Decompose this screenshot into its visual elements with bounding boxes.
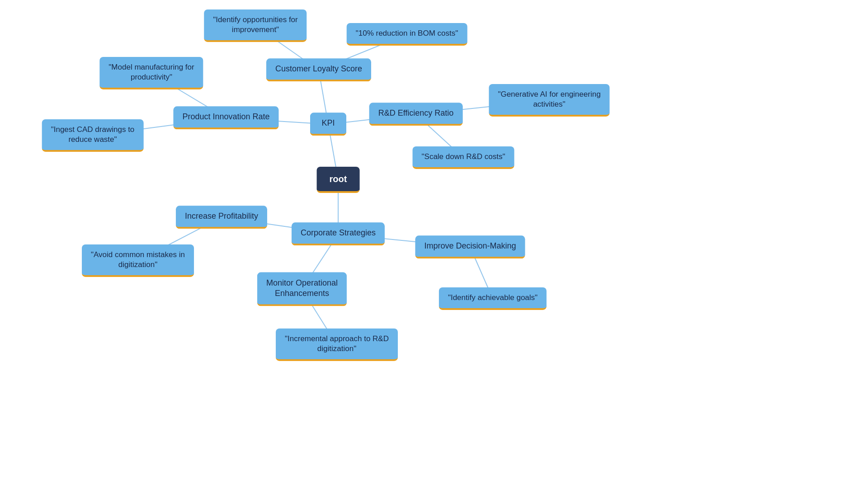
- incremental-approach-node[interactable]: "Incremental approach to R&Ddigitization…: [276, 328, 398, 361]
- customer-loyalty-label: Customer Loyalty Score: [266, 58, 371, 81]
- identify-achievable-label: "Identify achievable goals": [439, 287, 547, 310]
- rd-efficiency-label: R&D Efficiency Ratio: [369, 103, 463, 126]
- kpi-node[interactable]: KPI: [310, 113, 346, 136]
- bom-costs-label: "10% reduction in BOM costs": [347, 23, 467, 46]
- monitor-operational-label: Monitor OperationalEnhancements: [257, 272, 347, 306]
- mindmap-diagram: root KPI Customer Loyalty Score "Identif…: [0, 0, 868, 488]
- root-node[interactable]: root: [317, 167, 360, 193]
- model-manufacturing-node[interactable]: "Model manufacturing forproductivity": [99, 57, 203, 89]
- improve-decision-label: Improve Decision-Making: [415, 235, 525, 258]
- root-label: root: [317, 167, 360, 193]
- kpi-label: KPI: [310, 113, 346, 136]
- avoid-mistakes-node[interactable]: "Avoid common mistakes indigitization": [82, 244, 194, 277]
- scale-down-rd-node[interactable]: "Scale down R&D costs": [413, 146, 514, 169]
- rd-efficiency-node[interactable]: R&D Efficiency Ratio: [369, 103, 463, 126]
- incremental-approach-label: "Incremental approach to R&Ddigitization…: [276, 328, 398, 361]
- ingest-cad-label: "Ingest CAD drawings toreduce waste": [42, 119, 144, 152]
- improve-decision-node[interactable]: Improve Decision-Making: [415, 235, 525, 258]
- product-innovation-label: Product Innovation Rate: [173, 106, 278, 129]
- model-manufacturing-label: "Model manufacturing forproductivity": [99, 57, 203, 89]
- identify-achievable-node[interactable]: "Identify achievable goals": [439, 287, 547, 310]
- ingest-cad-node[interactable]: "Ingest CAD drawings toreduce waste": [42, 119, 144, 152]
- identify-opportunities-node[interactable]: "Identify opportunities forimprovement": [204, 9, 307, 42]
- increase-profitability-label: Increase Profitability: [176, 206, 267, 229]
- monitor-operational-node[interactable]: Monitor OperationalEnhancements: [257, 272, 347, 306]
- corporate-strategies-node[interactable]: Corporate Strategies: [292, 222, 385, 245]
- identify-opportunities-label: "Identify opportunities forimprovement": [204, 9, 307, 42]
- corporate-strategies-label: Corporate Strategies: [292, 222, 385, 245]
- generative-ai-label: "Generative AI for engineeringactivities…: [489, 84, 609, 117]
- generative-ai-node[interactable]: "Generative AI for engineeringactivities…: [489, 84, 609, 117]
- scale-down-rd-label: "Scale down R&D costs": [413, 146, 514, 169]
- increase-profitability-node[interactable]: Increase Profitability: [176, 206, 267, 229]
- avoid-mistakes-label: "Avoid common mistakes indigitization": [82, 244, 194, 277]
- bom-costs-node[interactable]: "10% reduction in BOM costs": [347, 23, 467, 46]
- customer-loyalty-node[interactable]: Customer Loyalty Score: [266, 58, 371, 81]
- product-innovation-node[interactable]: Product Innovation Rate: [173, 106, 278, 129]
